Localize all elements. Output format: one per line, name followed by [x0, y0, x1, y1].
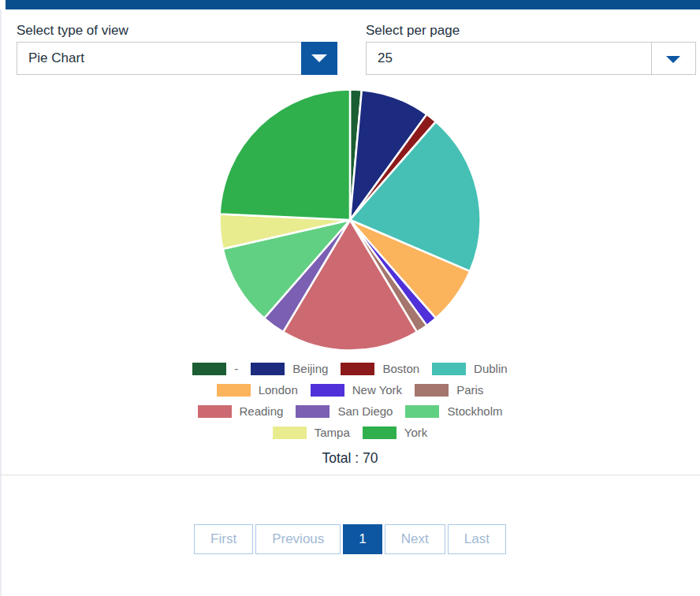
pie-chart: - : 1Beijing : 6Boston : 1Dublin : 14Lon… [218, 88, 482, 352]
legend-row: TampaYork [0, 427, 700, 439]
per-page-label: Select per page [366, 23, 696, 38]
legend-label: New York [352, 384, 402, 397]
per-page-selected-value: 25 [367, 50, 393, 66]
legend-label: London [259, 384, 298, 397]
legend-label: - [234, 363, 238, 375]
top-accent-bar [6, 0, 700, 9]
legend-row: ReadingSan DiegoStockholm [0, 405, 700, 418]
legend-swatch [311, 384, 344, 397]
legend-item[interactable]: New York [311, 384, 402, 397]
select-divider [651, 43, 652, 74]
pie-chart-section: - : 1Beijing : 6Boston : 1Dublin : 14Lon… [0, 88, 700, 467]
legend-row: -BeijingBostonDublin [0, 363, 700, 375]
per-page-select[interactable]: 25 [366, 42, 696, 75]
section-divider [0, 475, 700, 475]
legend-swatch [432, 363, 466, 375]
legend-swatch [363, 427, 397, 439]
page-btn-1[interactable]: 1 [343, 524, 382, 554]
pagination: FirstPrevious1NextLast [0, 524, 700, 554]
page-btn-previous[interactable]: Previous [255, 524, 341, 554]
legend-label: Tampa [315, 427, 350, 439]
legend-label: Beijing [292, 363, 328, 375]
legend-swatch [341, 363, 374, 375]
legend-label: Boston [382, 363, 419, 375]
legend-swatch [273, 427, 307, 439]
chart-legend: -BeijingBostonDublinLondonNew YorkParisR… [0, 363, 700, 439]
chevron-down-icon [311, 54, 327, 62]
legend-swatch [251, 363, 285, 375]
page-btn-last[interactable]: Last [448, 524, 506, 554]
legend-row: LondonNew YorkParis [0, 384, 700, 397]
view-type-dropdown-button[interactable] [301, 42, 337, 75]
legend-item[interactable]: Paris [415, 384, 483, 397]
legend-swatch [296, 405, 330, 418]
legend-swatch [415, 384, 449, 397]
legend-item[interactable]: - [192, 363, 238, 375]
legend-item[interactable]: Tampa [273, 427, 350, 439]
legend-item[interactable]: San Diego [296, 405, 393, 418]
legend-swatch [192, 363, 226, 375]
legend-label: Paris [456, 384, 483, 397]
view-type-selected-value: Pie Chart [17, 50, 84, 66]
page-btn-first[interactable]: First [194, 524, 253, 554]
legend-item[interactable]: Dublin [432, 363, 508, 375]
legend-label: Reading [240, 405, 284, 418]
legend-label: York [404, 427, 427, 439]
legend-item[interactable]: Boston [341, 363, 419, 375]
legend-item[interactable]: Reading [198, 405, 284, 418]
view-type-label: Select type of view [17, 23, 337, 38]
chart-total: Total : 70 [0, 450, 700, 467]
legend-swatch [198, 405, 232, 418]
chevron-down-icon [666, 56, 680, 63]
legend-item[interactable]: Stockholm [405, 405, 502, 418]
legend-swatch [217, 384, 251, 397]
page-btn-next[interactable]: Next [385, 524, 445, 554]
view-type-select[interactable]: Pie Chart [17, 42, 337, 75]
legend-label: Dublin [474, 363, 508, 375]
legend-swatch [405, 405, 439, 418]
controls-row: Select type of view Pie Chart Select per… [17, 23, 696, 75]
legend-item[interactable]: Beijing [251, 363, 328, 375]
view-type-control: Select type of view Pie Chart [17, 23, 337, 75]
legend-item[interactable]: York [363, 427, 427, 439]
pie-slice[interactable]: York : 17 [220, 90, 350, 221]
legend-label: San Diego [337, 405, 393, 418]
per-page-control: Select per page 25 [366, 23, 696, 75]
legend-item[interactable]: London [217, 384, 298, 397]
legend-label: Stockholm [447, 405, 502, 418]
